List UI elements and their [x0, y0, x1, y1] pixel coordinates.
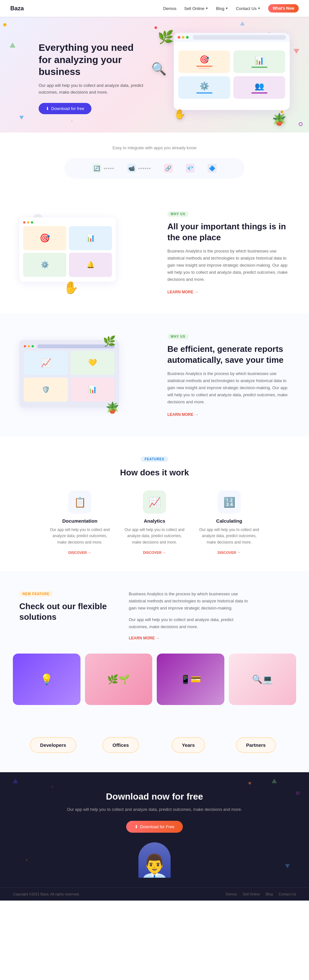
analytics-discover[interactable]: DISCOVER [143, 550, 166, 555]
documentation-desc: Our app will help you to collect and ana… [48, 527, 112, 546]
logo-item-2: 📹 ●●●●●● [127, 164, 151, 173]
stat-label-offices: Offices [113, 742, 129, 748]
nav-links: Demos Sell Online ▼ Blog ▼ Contact Us ▼ … [163, 4, 299, 13]
solutions-right: Business Analytics is the process by whi… [129, 590, 251, 641]
download-icon: ⬇ [46, 106, 49, 111]
logo-name-2: ●●●●●● [138, 166, 151, 170]
feature-1-text: WHY US All your important things is in t… [167, 211, 290, 294]
logo-item-3: 🔗 [164, 164, 173, 173]
logo-icon-5: 🔷 [208, 164, 217, 173]
solution-card-1-icon: 💡 [40, 673, 53, 686]
solutions-title: Check out our flexible solutions [19, 601, 110, 623]
analytics-icon: 📈 [143, 490, 166, 514]
stat-offices: Offices [87, 731, 154, 759]
stat-developers: Developers [19, 731, 87, 759]
stat-partners: Partners [222, 731, 290, 759]
integrations-section: Easy to integrate with apps you already … [0, 132, 309, 191]
solution-card-2-icon: 🌿🌱 [107, 674, 130, 685]
logo-item-5: 🔷 [208, 164, 217, 173]
download-icon-cta: ⬇ [135, 824, 138, 829]
stat-label-partners: Partners [246, 742, 266, 748]
documentation-icon: 📋 [68, 490, 91, 514]
nav-blog[interactable]: Blog ▼ [216, 6, 228, 11]
feature-2-title: Be efficient, generate reports automatic… [167, 344, 290, 366]
footer-link-sell[interactable]: Sell Online [243, 892, 260, 896]
hero-section: × × Everything you need for analyzing yo… [0, 17, 309, 132]
logo-name-1: ●●●●● [104, 166, 114, 170]
footer-links: Demos Sell Online Blog Contact Us [226, 892, 296, 896]
hero-cta-button[interactable]: ⬇ Download for free [39, 103, 91, 114]
how-title: How does it work [19, 468, 290, 477]
nav-logo[interactable]: Baza [10, 5, 24, 12]
footer: Copyright ©2021 Baza. All rights reserve… [0, 888, 309, 900]
integrations-logos: 🔄 ●●●●● 📹 ●●●●●● 🔗 💎 🔷 [64, 158, 245, 178]
solution-card-2: 🌿🌱 [85, 654, 153, 705]
analytics-desc: Our app will help you to collect and ana… [122, 527, 187, 546]
solutions-learn-more[interactable]: LEARN MORE [129, 636, 160, 640]
calculating-title: Calculating [197, 518, 261, 523]
cta-description: Our app will help you to collect and ana… [13, 806, 296, 813]
feature-1-tag: WHY US [167, 211, 189, 217]
hero-title: Everything you need for analyzing your b… [39, 41, 148, 78]
solution-card-4-icon: 🔍💻 [252, 675, 272, 684]
solutions-section: NEW FEATURE Check out our flexible solut… [0, 571, 309, 654]
feature-2-tag: WHY US [167, 334, 189, 339]
calculating-desc: Our app will help you to collect and ana… [197, 527, 261, 546]
logo-icon-3: 🔗 [164, 164, 173, 173]
avatar-image: 👨‍💼 [139, 842, 170, 878]
feature-1-description: Business Analytics is the process by whi… [167, 248, 290, 283]
footer-copyright: Copyright ©2021 Baza. All rights reserve… [13, 892, 80, 896]
stat-years: Years [154, 731, 222, 759]
calculating-discover[interactable]: DISCOVER [218, 550, 241, 555]
stats-section: Developers Offices Years Partners [0, 718, 309, 772]
documentation-title: Documentation [48, 518, 112, 523]
stat-bubble-developers: Developers [30, 737, 76, 753]
footer-link-blog[interactable]: Blog [266, 892, 273, 896]
stat-label-developers: Developers [40, 742, 66, 748]
feature-2-learn-more[interactable]: LEARN MORE [167, 412, 199, 417]
how-card-calculating: 🔢 Calculating Our app will help you to c… [197, 490, 261, 555]
how-card-analytics: 📈 Analytics Our app will help you to col… [122, 490, 187, 555]
stat-bubble-years: Years [172, 737, 205, 753]
solutions-desc-1: Business Analytics is the process by whi… [129, 590, 251, 612]
solutions-left: NEW FEATURE Check out our flexible solut… [19, 590, 110, 629]
navbar: Baza Demos Sell Online ▼ Blog ▼ Contact … [0, 0, 309, 17]
nav-whats-new[interactable]: What's New [268, 4, 299, 13]
logo-item-1: 🔄 ●●●●● [92, 164, 114, 173]
cta-section: × × Download now for free Our app will h… [0, 772, 309, 888]
nav-sell-online[interactable]: Sell Online ▼ [184, 6, 208, 11]
footer-link-demos[interactable]: Demos [226, 892, 237, 896]
logo-item-4: 💎 [186, 164, 195, 173]
how-cards: 📋 Documentation Our app will help you to… [19, 490, 290, 555]
solutions-tag: NEW FEATURE [19, 591, 53, 597]
documentation-discover[interactable]: DISCOVER [68, 550, 91, 555]
feature-section-2: WHY US Be efficient, generate reports au… [0, 314, 309, 436]
feature-1-title: All your important things is in the one … [167, 221, 290, 243]
hero-left: Everything you need for analyzing your b… [39, 41, 148, 114]
analytics-title: Analytics [122, 518, 187, 523]
footer-link-contact[interactable]: Contact Us [279, 892, 296, 896]
calculating-icon: 🔢 [218, 490, 241, 514]
how-tag: FEATURES [141, 457, 168, 462]
cta-button-label: Download for Free [140, 824, 174, 829]
hero-right: 🎯 📊 ⚙️ 👥 🌿 🪴 🔍 [167, 36, 290, 119]
solution-card-4: 🔍💻 [229, 654, 296, 705]
solution-card-3: 📱💳 [157, 654, 225, 705]
stat-bubble-partners: Partners [236, 737, 276, 753]
solution-card-3-icon: 📱💳 [180, 675, 201, 684]
how-section: FEATURES How does it work 📋 Documentatio… [0, 436, 309, 571]
nav-demos[interactable]: Demos [163, 6, 177, 11]
cta-download-button[interactable]: ⬇ Download for Free [126, 821, 183, 833]
how-card-documentation: 📋 Documentation Our app will help you to… [48, 490, 112, 555]
nav-contact[interactable]: Contact Us ▼ [236, 6, 260, 11]
feature-1-learn-more[interactable]: LEARN MORE [167, 290, 199, 294]
feature-2-text: WHY US Be efficient, generate reports au… [167, 333, 290, 417]
logo-icon-4: 💎 [186, 164, 195, 173]
solutions-desc-2: Our app will help you to collect and ana… [129, 616, 251, 630]
hero-description: Our app will help you to collect and ana… [39, 82, 148, 96]
solutions-grid: 💡 🌿🌱 📱💳 🔍💻 [0, 654, 309, 718]
feature-section-1: ☁️ 🎯 📊 ⚙️ 🔔 ✋ WHY US All your important … [0, 191, 309, 314]
logo-icon-1: 🔄 [92, 164, 101, 173]
stat-label-years: Years [182, 742, 195, 748]
hero-cta-label: Download for free [51, 106, 84, 111]
